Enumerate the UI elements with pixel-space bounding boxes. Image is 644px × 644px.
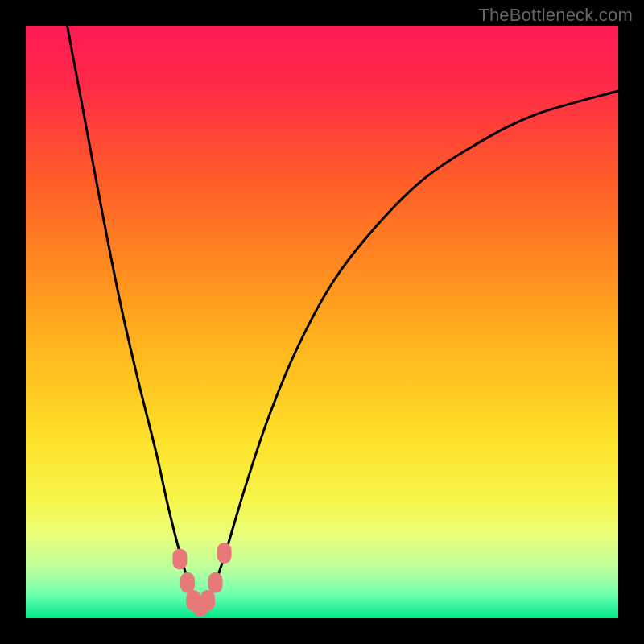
curve-path: [68, 26, 619, 606]
chart-frame: TheBottleneck.com: [0, 0, 644, 644]
plot-area: [26, 26, 618, 618]
watermark-text: TheBottleneck.com: [478, 5, 633, 26]
curve-marker: [208, 572, 223, 593]
curve-markers: [172, 543, 231, 617]
curve-marker: [217, 543, 232, 564]
curve-marker: [180, 572, 195, 593]
curve-marker: [172, 548, 187, 569]
bottleneck-curve: [26, 26, 618, 618]
curve-marker: [200, 590, 215, 611]
